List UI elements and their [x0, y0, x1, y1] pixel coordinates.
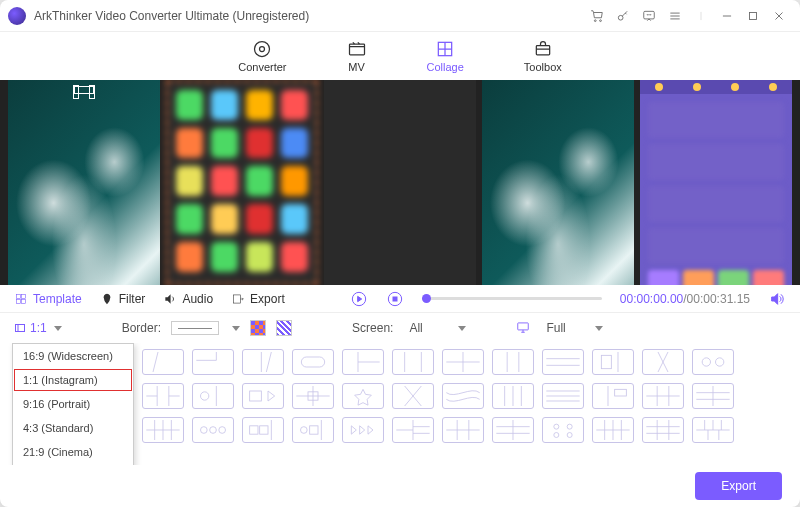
border-style-select[interactable] — [171, 321, 219, 335]
chevron-down-icon — [54, 326, 62, 331]
aspect-value: 1:1 — [30, 321, 47, 335]
crop-handle-icon[interactable] — [74, 86, 94, 94]
aspect-option-9-16[interactable]: 9:16 (Portrait) — [13, 392, 133, 416]
stop-button[interactable] — [386, 290, 404, 308]
time-total: 00:00:31.15 — [687, 292, 750, 306]
full-value: Full — [540, 319, 586, 337]
nav-label: Toolbox — [524, 61, 562, 73]
svg-point-2 — [618, 15, 623, 20]
volume-button[interactable] — [768, 290, 786, 308]
layout-template[interactable] — [292, 349, 334, 375]
close-button[interactable] — [766, 3, 792, 29]
layout-template[interactable] — [142, 383, 184, 409]
nav-collage[interactable]: Collage — [427, 39, 464, 73]
collage-slot-5[interactable] — [640, 80, 792, 285]
layout-template[interactable] — [392, 383, 434, 409]
layout-template[interactable] — [342, 383, 384, 409]
progress-slider[interactable] — [422, 297, 602, 300]
layout-template[interactable] — [192, 349, 234, 375]
tab-filter[interactable]: Filter — [100, 292, 146, 306]
svg-rect-13 — [16, 294, 20, 298]
nav-converter[interactable]: Converter — [238, 39, 286, 73]
aspect-option-16-9[interactable]: 16:9 (Widescreen) — [13, 344, 133, 368]
svg-point-27 — [201, 392, 209, 400]
aspect-ratio-dropdown[interactable]: 1:1 — [14, 321, 62, 335]
nav-label: Converter — [238, 61, 286, 73]
aspect-option-1-1[interactable]: 1:1 (Instagram) — [13, 368, 133, 392]
cart-icon[interactable] — [584, 3, 610, 29]
fullscreen-select[interactable]: Full — [540, 319, 603, 337]
layout-template[interactable] — [642, 383, 684, 409]
nav-toolbox[interactable]: Toolbox — [524, 39, 562, 73]
tab-export[interactable]: Export — [231, 292, 285, 306]
layout-template[interactable] — [442, 417, 484, 443]
layout-template[interactable] — [592, 383, 634, 409]
minimize-button[interactable] — [714, 3, 740, 29]
key-icon[interactable] — [610, 3, 636, 29]
svg-point-26 — [716, 358, 724, 366]
layout-template[interactable] — [242, 383, 284, 409]
aspect-option-4-3[interactable]: 4:3 (Standard) — [13, 416, 133, 440]
layout-template[interactable] — [692, 349, 734, 375]
aspect-option-21-9[interactable]: 21:9 (Cinema) — [13, 440, 133, 464]
layout-template[interactable] — [192, 417, 234, 443]
screen-value: All — [403, 319, 449, 337]
layout-template[interactable] — [542, 349, 584, 375]
layout-template[interactable] — [492, 383, 534, 409]
screen-select[interactable]: All — [403, 319, 466, 337]
collage-slot-3[interactable] — [324, 80, 476, 285]
aspect-icon — [14, 322, 26, 334]
layout-template[interactable] — [292, 417, 334, 443]
maximize-button[interactable] — [740, 3, 766, 29]
svg-rect-20 — [393, 297, 397, 301]
svg-rect-22 — [518, 322, 529, 329]
layout-template[interactable] — [642, 417, 684, 443]
collage-slot-4[interactable] — [482, 80, 634, 285]
svg-point-39 — [567, 424, 572, 429]
layout-template[interactable] — [442, 349, 484, 375]
layout-template[interactable] — [142, 349, 184, 375]
layout-template[interactable] — [542, 383, 584, 409]
svg-rect-21 — [16, 325, 25, 332]
aspect-option-custom[interactable]: Custom&Others — [13, 464, 133, 465]
border-color-picker[interactable] — [250, 320, 266, 336]
layout-template[interactable] — [242, 417, 284, 443]
layout-template[interactable] — [642, 349, 684, 375]
layout-template[interactable] — [692, 417, 734, 443]
layout-template[interactable] — [392, 417, 434, 443]
layout-template[interactable] — [592, 349, 634, 375]
nav-mv[interactable]: MV — [347, 39, 367, 73]
layout-template[interactable] — [692, 383, 734, 409]
layout-template[interactable] — [592, 417, 634, 443]
chevron-down-icon — [232, 326, 240, 331]
svg-rect-30 — [615, 389, 627, 396]
layout-template[interactable] — [392, 349, 434, 375]
svg-rect-15 — [16, 299, 20, 303]
layout-template[interactable] — [542, 417, 584, 443]
layout-template[interactable] — [142, 417, 184, 443]
play-button[interactable] — [350, 290, 368, 308]
progress-thumb[interactable] — [422, 294, 431, 303]
layout-template[interactable] — [342, 349, 384, 375]
collage-slot-1[interactable] — [8, 80, 160, 285]
layout-template[interactable] — [492, 349, 534, 375]
svg-point-4 — [647, 14, 648, 15]
border-pattern-picker[interactable] — [276, 320, 292, 336]
layout-template[interactable] — [342, 417, 384, 443]
tab-audio[interactable]: Audio — [163, 292, 213, 306]
layout-template[interactable] — [192, 383, 234, 409]
collage-slot-2[interactable] — [166, 80, 318, 285]
nav-label: MV — [348, 61, 365, 73]
layout-template[interactable] — [492, 417, 534, 443]
layout-template[interactable] — [292, 383, 334, 409]
export-button[interactable]: Export — [695, 472, 782, 500]
screen-label: Screen: — [352, 321, 393, 335]
menu-icon[interactable] — [662, 3, 688, 29]
mv-icon — [347, 39, 367, 59]
tab-template[interactable]: Template — [14, 292, 82, 306]
svg-point-0 — [594, 19, 596, 21]
layout-template[interactable] — [242, 349, 284, 375]
tab-label: Export — [250, 292, 285, 306]
layout-template[interactable] — [442, 383, 484, 409]
feedback-icon[interactable] — [636, 3, 662, 29]
